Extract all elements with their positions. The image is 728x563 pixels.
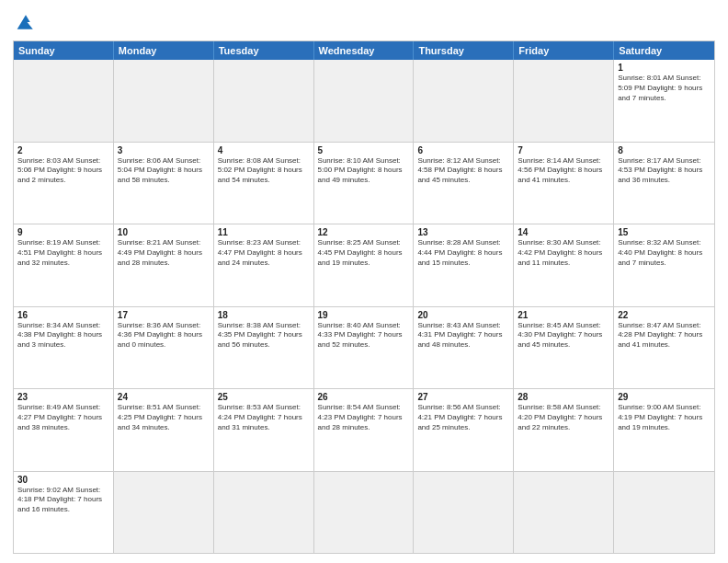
day-info: Sunrise: 8:54 AM Sunset: 4:23 PM Dayligh…	[318, 403, 410, 432]
day-cell: 3Sunrise: 8:06 AM Sunset: 5:04 PM Daylig…	[114, 143, 214, 224]
day-cell	[214, 60, 314, 142]
day-cell: 20Sunrise: 8:43 AM Sunset: 4:31 PM Dayli…	[414, 307, 514, 389]
day-number: 14	[518, 227, 609, 237]
day-cell	[314, 472, 415, 554]
day-cell	[514, 60, 614, 142]
day-number: 27	[417, 392, 509, 402]
day-number: 30	[17, 475, 109, 485]
day-cell	[14, 60, 114, 142]
day-cell	[314, 60, 415, 142]
day-info: Sunrise: 8:43 AM Sunset: 4:31 PM Dayligh…	[417, 321, 509, 350]
day-number: 1	[618, 63, 711, 73]
day-info: Sunrise: 8:53 AM Sunset: 4:24 PM Dayligh…	[218, 403, 310, 432]
day-info: Sunrise: 8:40 AM Sunset: 4:33 PM Dayligh…	[318, 321, 410, 350]
day-header-sunday: Sunday	[14, 41, 114, 60]
week-row-4: 23Sunrise: 8:49 AM Sunset: 4:27 PM Dayli…	[14, 389, 714, 472]
day-info: Sunrise: 8:10 AM Sunset: 5:00 PM Dayligh…	[318, 156, 410, 186]
day-cell: 8Sunrise: 8:17 AM Sunset: 4:53 PM Daylig…	[614, 143, 714, 224]
day-number: 26	[318, 392, 410, 402]
day-header-tuesday: Tuesday	[214, 41, 314, 60]
day-info: Sunrise: 8:01 AM Sunset: 5:09 PM Dayligh…	[618, 74, 711, 103]
day-info: Sunrise: 8:51 AM Sunset: 4:25 PM Dayligh…	[118, 403, 210, 432]
day-info: Sunrise: 8:58 AM Sunset: 4:20 PM Dayligh…	[518, 403, 609, 432]
day-cell: 6Sunrise: 8:12 AM Sunset: 4:58 PM Daylig…	[414, 143, 514, 224]
day-info: Sunrise: 8:47 AM Sunset: 4:28 PM Dayligh…	[618, 321, 711, 350]
day-cell: 21Sunrise: 8:45 AM Sunset: 4:30 PM Dayli…	[514, 307, 614, 389]
page: SundayMondayTuesdayWednesdayThursdayFrid…	[0, 0, 728, 563]
day-number: 28	[518, 392, 609, 402]
day-number: 22	[618, 310, 711, 320]
day-number: 11	[218, 227, 310, 237]
day-info: Sunrise: 8:36 AM Sunset: 4:36 PM Dayligh…	[118, 321, 210, 350]
week-row-2: 9Sunrise: 8:19 AM Sunset: 4:51 PM Daylig…	[14, 224, 714, 307]
day-number: 20	[417, 310, 509, 320]
day-cell	[114, 472, 214, 554]
day-cell: 28Sunrise: 8:58 AM Sunset: 4:20 PM Dayli…	[514, 389, 614, 471]
day-cell	[614, 472, 714, 554]
day-info: Sunrise: 9:02 AM Sunset: 4:18 PM Dayligh…	[17, 486, 109, 515]
day-cell: 25Sunrise: 8:53 AM Sunset: 4:24 PM Dayli…	[214, 389, 314, 471]
day-cell: 23Sunrise: 8:49 AM Sunset: 4:27 PM Dayli…	[14, 389, 114, 471]
day-cell: 9Sunrise: 8:19 AM Sunset: 4:51 PM Daylig…	[14, 224, 114, 306]
day-number: 15	[618, 227, 711, 237]
day-number: 24	[118, 392, 210, 402]
header	[13, 9, 715, 35]
day-cell: 27Sunrise: 8:56 AM Sunset: 4:21 PM Dayli…	[414, 389, 514, 471]
day-header-monday: Monday	[114, 41, 214, 60]
day-cell: 4Sunrise: 8:08 AM Sunset: 5:02 PM Daylig…	[214, 143, 314, 224]
day-number: 18	[218, 310, 310, 320]
day-number: 5	[318, 145, 410, 155]
day-cell: 5Sunrise: 8:10 AM Sunset: 5:00 PM Daylig…	[314, 143, 415, 224]
day-cell: 24Sunrise: 8:51 AM Sunset: 4:25 PM Dayli…	[114, 389, 214, 471]
day-cell: 11Sunrise: 8:23 AM Sunset: 4:47 PM Dayli…	[214, 224, 314, 306]
day-number: 8	[618, 145, 711, 155]
calendar: SundayMondayTuesdayWednesdayThursdayFrid…	[13, 40, 715, 554]
week-row-1: 2Sunrise: 8:03 AM Sunset: 5:06 PM Daylig…	[14, 143, 714, 225]
day-number: 4	[218, 145, 310, 155]
day-number: 25	[218, 392, 310, 402]
day-header-thursday: Thursday	[414, 41, 514, 60]
day-cell: 15Sunrise: 8:32 AM Sunset: 4:40 PM Dayli…	[614, 224, 714, 306]
day-cell: 16Sunrise: 8:34 AM Sunset: 4:38 PM Dayli…	[14, 307, 114, 389]
logo-icon	[13, 9, 39, 35]
day-cell: 14Sunrise: 8:30 AM Sunset: 4:42 PM Dayli…	[514, 224, 614, 306]
day-number: 13	[417, 227, 509, 237]
day-number: 10	[118, 227, 210, 237]
day-number: 16	[17, 310, 109, 320]
day-number: 3	[118, 145, 210, 155]
day-cell	[414, 472, 514, 554]
day-cell: 18Sunrise: 8:38 AM Sunset: 4:35 PM Dayli…	[214, 307, 314, 389]
day-cell: 10Sunrise: 8:21 AM Sunset: 4:49 PM Dayli…	[114, 224, 214, 306]
calendar-body: 1Sunrise: 8:01 AM Sunset: 5:09 PM Daylig…	[14, 60, 714, 553]
week-row-5: 30Sunrise: 9:02 AM Sunset: 4:18 PM Dayli…	[14, 472, 714, 554]
day-cell: 1Sunrise: 8:01 AM Sunset: 5:09 PM Daylig…	[614, 60, 714, 142]
day-number: 21	[518, 310, 609, 320]
day-cell	[214, 472, 314, 554]
day-info: Sunrise: 8:32 AM Sunset: 4:40 PM Dayligh…	[618, 238, 711, 268]
day-info: Sunrise: 9:00 AM Sunset: 4:19 PM Dayligh…	[618, 403, 711, 432]
week-row-0: 1Sunrise: 8:01 AM Sunset: 5:09 PM Daylig…	[14, 60, 714, 143]
day-headers: SundayMondayTuesdayWednesdayThursdayFrid…	[14, 41, 714, 60]
day-number: 29	[618, 392, 711, 402]
day-cell: 2Sunrise: 8:03 AM Sunset: 5:06 PM Daylig…	[14, 143, 114, 224]
day-number: 23	[17, 392, 109, 402]
day-info: Sunrise: 8:17 AM Sunset: 4:53 PM Dayligh…	[618, 156, 711, 186]
day-info: Sunrise: 8:14 AM Sunset: 4:56 PM Dayligh…	[518, 156, 609, 186]
day-cell: 26Sunrise: 8:54 AM Sunset: 4:23 PM Dayli…	[314, 389, 415, 471]
day-info: Sunrise: 8:08 AM Sunset: 5:02 PM Dayligh…	[218, 156, 310, 186]
day-info: Sunrise: 8:03 AM Sunset: 5:06 PM Dayligh…	[17, 156, 109, 186]
day-number: 2	[17, 145, 109, 155]
week-row-3: 16Sunrise: 8:34 AM Sunset: 4:38 PM Dayli…	[14, 307, 714, 390]
day-info: Sunrise: 8:49 AM Sunset: 4:27 PM Dayligh…	[17, 403, 109, 432]
day-header-wednesday: Wednesday	[314, 41, 415, 60]
day-info: Sunrise: 8:28 AM Sunset: 4:44 PM Dayligh…	[417, 238, 509, 268]
day-number: 17	[118, 310, 210, 320]
day-cell: 22Sunrise: 8:47 AM Sunset: 4:28 PM Dayli…	[614, 307, 714, 389]
day-cell: 30Sunrise: 9:02 AM Sunset: 4:18 PM Dayli…	[14, 472, 114, 554]
day-cell: 29Sunrise: 9:00 AM Sunset: 4:19 PM Dayli…	[614, 389, 714, 471]
day-cell: 19Sunrise: 8:40 AM Sunset: 4:33 PM Dayli…	[314, 307, 415, 389]
day-header-friday: Friday	[514, 41, 614, 60]
day-info: Sunrise: 8:19 AM Sunset: 4:51 PM Dayligh…	[17, 238, 109, 268]
day-info: Sunrise: 8:21 AM Sunset: 4:49 PM Dayligh…	[118, 238, 210, 268]
day-cell	[114, 60, 214, 142]
